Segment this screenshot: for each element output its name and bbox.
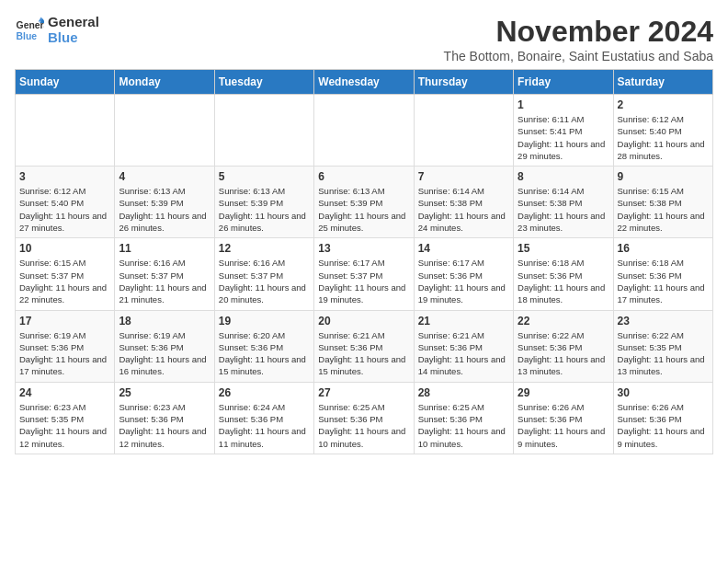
weekday-header-saturday: Saturday xyxy=(613,70,712,95)
logo: General Blue General Blue xyxy=(15,15,99,45)
day-number: 8 xyxy=(518,170,609,183)
day-cell: 14Sunrise: 6:17 AM Sunset: 5:36 PM Dayli… xyxy=(414,238,513,310)
day-number: 15 xyxy=(518,242,609,255)
day-number: 29 xyxy=(518,386,609,399)
week-row-3: 17Sunrise: 6:19 AM Sunset: 5:36 PM Dayli… xyxy=(16,310,713,382)
weekday-header-thursday: Thursday xyxy=(414,70,513,95)
day-info: Sunrise: 6:13 AM Sunset: 5:39 PM Dayligh… xyxy=(318,185,409,234)
day-info: Sunrise: 6:19 AM Sunset: 5:36 PM Dayligh… xyxy=(19,329,110,378)
day-info: Sunrise: 6:20 AM Sunset: 5:36 PM Dayligh… xyxy=(219,329,310,378)
day-cell xyxy=(16,95,115,167)
day-number: 26 xyxy=(219,386,310,399)
svg-text:Blue: Blue xyxy=(17,30,38,40)
day-cell xyxy=(214,95,313,167)
day-cell: 16Sunrise: 6:18 AM Sunset: 5:36 PM Dayli… xyxy=(613,238,712,310)
day-number: 24 xyxy=(19,386,110,399)
day-info: Sunrise: 6:22 AM Sunset: 5:36 PM Dayligh… xyxy=(518,329,609,378)
day-info: Sunrise: 6:14 AM Sunset: 5:38 PM Dayligh… xyxy=(418,185,509,234)
day-cell: 18Sunrise: 6:19 AM Sunset: 5:36 PM Dayli… xyxy=(115,310,214,382)
weekday-header-tuesday: Tuesday xyxy=(214,70,313,95)
day-cell: 26Sunrise: 6:24 AM Sunset: 5:36 PM Dayli… xyxy=(214,382,313,454)
day-info: Sunrise: 6:18 AM Sunset: 5:36 PM Dayligh… xyxy=(518,257,609,305)
day-cell: 12Sunrise: 6:16 AM Sunset: 5:37 PM Dayli… xyxy=(214,238,313,310)
header: General Blue General Blue November 2024 … xyxy=(15,15,713,63)
day-number: 21 xyxy=(418,315,509,327)
day-number: 17 xyxy=(19,315,110,327)
day-number: 10 xyxy=(19,242,110,255)
day-number: 3 xyxy=(19,170,110,183)
weekday-header-wednesday: Wednesday xyxy=(314,70,414,95)
day-cell: 25Sunrise: 6:23 AM Sunset: 5:36 PM Dayli… xyxy=(115,382,214,454)
day-number: 16 xyxy=(618,242,709,255)
day-cell: 7Sunrise: 6:14 AM Sunset: 5:38 PM Daylig… xyxy=(414,167,513,238)
day-info: Sunrise: 6:26 AM Sunset: 5:36 PM Dayligh… xyxy=(618,401,709,450)
day-info: Sunrise: 6:24 AM Sunset: 5:36 PM Dayligh… xyxy=(219,401,310,450)
day-number: 1 xyxy=(518,98,609,111)
day-number: 7 xyxy=(418,170,509,183)
week-row-0: 1Sunrise: 6:11 AM Sunset: 5:41 PM Daylig… xyxy=(16,95,713,167)
day-cell: 15Sunrise: 6:18 AM Sunset: 5:36 PM Dayli… xyxy=(514,238,613,310)
day-number: 4 xyxy=(119,170,210,183)
day-info: Sunrise: 6:26 AM Sunset: 5:36 PM Dayligh… xyxy=(518,401,609,450)
day-cell: 11Sunrise: 6:16 AM Sunset: 5:37 PM Dayli… xyxy=(115,238,214,310)
calendar: SundayMondayTuesdayWednesdayThursdayFrid… xyxy=(15,69,713,454)
logo-icon: General Blue xyxy=(15,16,44,45)
day-number: 18 xyxy=(119,315,210,327)
day-cell: 2Sunrise: 6:12 AM Sunset: 5:40 PM Daylig… xyxy=(613,95,712,167)
day-cell xyxy=(414,95,513,167)
day-cell: 8Sunrise: 6:14 AM Sunset: 5:38 PM Daylig… xyxy=(514,167,613,238)
subtitle: The Bottom, Bonaire, Saint Eustatius and… xyxy=(444,49,713,63)
day-info: Sunrise: 6:15 AM Sunset: 5:37 PM Dayligh… xyxy=(19,257,110,305)
day-cell: 23Sunrise: 6:22 AM Sunset: 5:35 PM Dayli… xyxy=(613,310,712,382)
day-info: Sunrise: 6:17 AM Sunset: 5:37 PM Dayligh… xyxy=(318,257,409,305)
day-cell: 27Sunrise: 6:25 AM Sunset: 5:36 PM Dayli… xyxy=(314,382,414,454)
day-info: Sunrise: 6:18 AM Sunset: 5:36 PM Dayligh… xyxy=(618,257,709,305)
day-info: Sunrise: 6:23 AM Sunset: 5:36 PM Dayligh… xyxy=(119,401,210,450)
day-cell: 28Sunrise: 6:25 AM Sunset: 5:36 PM Dayli… xyxy=(414,382,513,454)
day-info: Sunrise: 6:25 AM Sunset: 5:36 PM Dayligh… xyxy=(418,401,509,450)
day-number: 27 xyxy=(318,386,409,399)
title-area: November 2024 The Bottom, Bonaire, Saint… xyxy=(444,15,713,63)
day-number: 6 xyxy=(318,170,409,183)
day-cell: 19Sunrise: 6:20 AM Sunset: 5:36 PM Dayli… xyxy=(214,310,313,382)
day-number: 19 xyxy=(219,315,310,327)
day-info: Sunrise: 6:12 AM Sunset: 5:40 PM Dayligh… xyxy=(618,113,709,162)
day-info: Sunrise: 6:25 AM Sunset: 5:36 PM Dayligh… xyxy=(318,401,409,450)
day-cell: 30Sunrise: 6:26 AM Sunset: 5:36 PM Dayli… xyxy=(613,382,712,454)
day-cell: 3Sunrise: 6:12 AM Sunset: 5:40 PM Daylig… xyxy=(16,167,115,238)
day-number: 11 xyxy=(119,242,210,255)
weekday-header-sunday: Sunday xyxy=(16,70,115,95)
week-row-1: 3Sunrise: 6:12 AM Sunset: 5:40 PM Daylig… xyxy=(16,167,713,238)
day-cell: 9Sunrise: 6:15 AM Sunset: 5:38 PM Daylig… xyxy=(613,167,712,238)
logo-line1: General xyxy=(48,15,99,30)
day-cell: 4Sunrise: 6:13 AM Sunset: 5:39 PM Daylig… xyxy=(115,167,214,238)
day-info: Sunrise: 6:17 AM Sunset: 5:36 PM Dayligh… xyxy=(418,257,509,305)
day-cell: 24Sunrise: 6:23 AM Sunset: 5:35 PM Dayli… xyxy=(16,382,115,454)
day-number: 20 xyxy=(318,315,409,327)
svg-text:General: General xyxy=(17,20,44,30)
day-info: Sunrise: 6:12 AM Sunset: 5:40 PM Dayligh… xyxy=(19,185,110,234)
day-number: 9 xyxy=(618,170,709,183)
day-number: 5 xyxy=(219,170,310,183)
day-number: 2 xyxy=(618,98,709,111)
day-number: 13 xyxy=(318,242,409,255)
day-cell: 1Sunrise: 6:11 AM Sunset: 5:41 PM Daylig… xyxy=(514,95,613,167)
day-cell: 21Sunrise: 6:21 AM Sunset: 5:36 PM Dayli… xyxy=(414,310,513,382)
weekday-header-row: SundayMondayTuesdayWednesdayThursdayFrid… xyxy=(16,70,713,95)
day-cell xyxy=(314,95,414,167)
week-row-2: 10Sunrise: 6:15 AM Sunset: 5:37 PM Dayli… xyxy=(16,238,713,310)
weekday-header-friday: Friday xyxy=(514,70,613,95)
day-cell: 5Sunrise: 6:13 AM Sunset: 5:39 PM Daylig… xyxy=(214,167,313,238)
day-number: 25 xyxy=(119,386,210,399)
day-number: 28 xyxy=(418,386,509,399)
weekday-header-monday: Monday xyxy=(115,70,214,95)
week-row-4: 24Sunrise: 6:23 AM Sunset: 5:35 PM Dayli… xyxy=(16,382,713,454)
day-cell: 13Sunrise: 6:17 AM Sunset: 5:37 PM Dayli… xyxy=(314,238,414,310)
day-info: Sunrise: 6:23 AM Sunset: 5:35 PM Dayligh… xyxy=(19,401,110,450)
day-info: Sunrise: 6:16 AM Sunset: 5:37 PM Dayligh… xyxy=(219,257,310,305)
day-info: Sunrise: 6:11 AM Sunset: 5:41 PM Dayligh… xyxy=(518,113,609,162)
day-cell: 17Sunrise: 6:19 AM Sunset: 5:36 PM Dayli… xyxy=(16,310,115,382)
day-info: Sunrise: 6:22 AM Sunset: 5:35 PM Dayligh… xyxy=(618,329,709,378)
logo-line2: Blue xyxy=(48,30,99,46)
day-number: 12 xyxy=(219,242,310,255)
